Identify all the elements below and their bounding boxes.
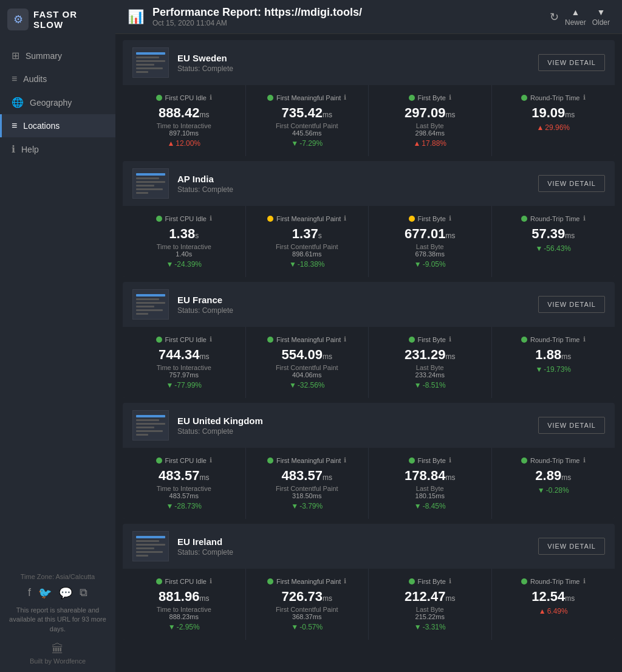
metric-label: First CPU Idle [165,94,207,101]
svg-rect-15 [136,294,165,297]
metric-sub-value: 678.38ms [378,250,482,258]
copy-icon[interactable]: ⧉ [80,586,87,600]
svg-rect-22 [136,415,165,417]
metric-sub-label: Last Byte [378,122,482,129]
metric-value: 231.29ms [378,347,482,363]
metric-change: ▼ -0.28% [502,486,606,495]
metric-value: 57.39ms [502,226,606,242]
change-value: -24.39% [174,260,202,269]
metrics-row: First CPU Idle ℹ 881.96ms Time to Intera… [123,569,615,640]
location-header-eu-uk: EU United Kingdom Status: CompleteVIEW D… [123,403,615,448]
logo-icon: ⚙ [7,9,29,30]
metric-label-row: First Meaningful Paint ℹ [256,214,359,222]
change-arrow-icon: ▼ [289,260,296,269]
info-circle-icon: ℹ [344,94,346,101]
info-circle-icon: ℹ [449,335,451,343]
svg-rect-17 [136,302,165,304]
location-info: AP India Status: Complete [177,174,530,194]
location-status: Status: Complete [177,64,530,73]
svg-rect-18 [136,306,154,307]
location-info: EU Sweden Status: Complete [177,53,530,73]
metric-label: First Byte [418,578,446,585]
svg-rect-8 [136,173,165,176]
location-thumbnail [132,410,169,441]
metric-label-row: First CPU Idle ℹ [132,214,236,222]
metric-label: First Byte [418,94,446,101]
change-value: 17.88% [422,139,446,148]
metric-value: 1.88ms [502,347,606,363]
svg-rect-23 [136,419,159,421]
change-arrow-icon: ▼ [166,502,173,510]
location-card-eu-uk: EU United Kingdom Status: CompleteVIEW D… [123,403,615,519]
shareable-text: This report is shareable and available a… [7,606,108,634]
metric-cell-2: First Byte ℹ 178.84ms Last Byte 180.15ms… [369,448,492,519]
metric-label-row: First Byte ℹ [378,577,482,585]
metric-value: 483.57ms [256,468,359,484]
info-circle-icon: ℹ [210,577,212,585]
change-value: -0.28% [546,486,569,495]
change-arrow-icon: ▼ [166,260,173,269]
info-circle-icon: ℹ [583,456,586,464]
metric-unit: ms [565,231,575,240]
metric-dot [156,458,162,464]
metric-label: First CPU Idle [165,336,207,343]
metric-change: ▼ -18.38% [256,260,359,269]
change-arrow-icon: ▼ [291,623,298,631]
metric-sub-value: 483.57ms [132,492,236,499]
up-arrow-icon: ▲ [571,7,579,17]
metric-label: Round-Trip Time [530,215,580,222]
view-detail-button[interactable]: VIEW DETAIL [538,417,605,434]
change-value: -8.51% [423,381,446,389]
location-card-eu-ireland: EU Ireland Status: CompleteVIEW DETAIL F… [123,524,615,640]
metric-change: ▼ -0.57% [256,623,359,631]
newer-button[interactable]: ▲ Newer [565,7,586,27]
view-detail-button[interactable]: VIEW DETAIL [538,296,605,313]
header: 📊 Performance Report: https://mdigi.tool… [115,0,622,34]
refresh-button[interactable]: ↻ [550,10,559,24]
view-detail-button[interactable]: VIEW DETAIL [538,54,605,71]
metric-unit: ms [445,594,455,603]
metric-label-row: First Meaningful Paint ℹ [256,94,359,101]
header-title: Performance Report: https://mdigi.tools/ [152,6,362,19]
list-icon: ≡ [12,74,17,84]
location-status: Status: Complete [177,306,530,315]
view-detail-button[interactable]: VIEW DETAIL [538,538,605,555]
metric-unit: s [195,231,199,240]
metric-dot [409,337,415,343]
metric-dot [156,578,162,585]
metric-label-row: First Meaningful Paint ℹ [256,335,359,343]
change-value: -56.43% [544,244,571,253]
metric-sub-value: 233.24ms [378,371,482,379]
info-circle-icon: ℹ [583,335,586,343]
sidebar-item-help[interactable]: ℹ Help [0,137,115,161]
facebook-icon[interactable]: f [28,586,31,600]
sidebar-item-geography[interactable]: 🌐 Geography [0,91,115,114]
metric-label-row: Round-Trip Time ℹ [502,94,606,101]
header-title-block: Performance Report: https://mdigi.tools/… [152,6,362,27]
metric-label: First CPU Idle [165,457,207,464]
sidebar-item-locations[interactable]: ≡ Locations [0,114,115,137]
metric-dot [409,216,415,222]
change-value: -3.31% [423,623,446,631]
metric-sub-label: First Contentful Paint [256,122,359,129]
sidebar-item-summary[interactable]: ⊞ Summary [0,44,115,67]
metric-unit: ms [561,352,571,361]
whatsapp-icon[interactable]: 💬 [59,586,72,600]
info-circle-icon: ℹ [449,94,451,101]
metric-sub-label: Time to Interactive [132,606,236,613]
change-arrow-icon: ▼ [291,502,298,510]
metric-cell-0: First CPU Idle ℹ 744.34ms Time to Intera… [123,327,246,398]
metric-change: ▼ -8.51% [378,381,482,389]
globe-icon: 🌐 [12,97,24,108]
svg-rect-32 [136,547,154,549]
metric-change: ▲ 29.96% [502,123,606,132]
metric-label: Round-Trip Time [530,578,580,585]
view-detail-button[interactable]: VIEW DETAIL [538,175,605,192]
svg-rect-2 [136,57,159,58]
twitter-icon[interactable]: 🐦 [38,586,52,600]
sidebar-item-audits[interactable]: ≡ Audits [0,67,115,91]
metric-unit: ms [323,473,332,482]
location-info: EU Ireland Status: Complete [177,537,530,557]
metric-label-row: Round-Trip Time ℹ [502,335,606,343]
older-button[interactable]: ▼ Older [592,7,610,27]
